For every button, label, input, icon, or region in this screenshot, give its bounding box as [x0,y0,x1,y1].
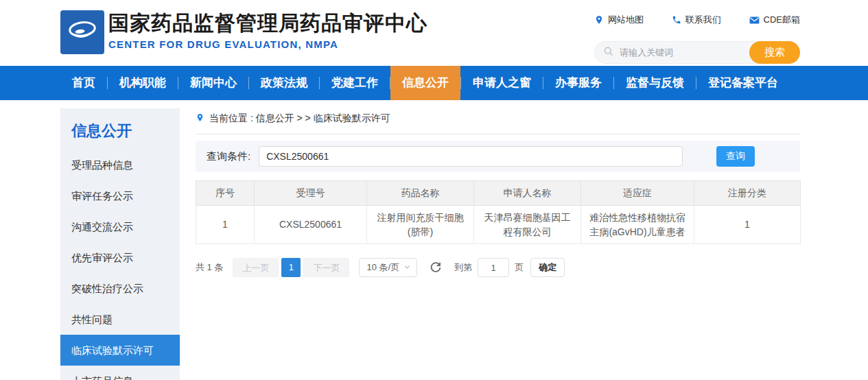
nav-item-party-building[interactable]: 党建工作 [320,66,390,100]
nav-item-home[interactable]: 首页 [60,66,107,100]
cell-indication: 难治性急性移植物抗宿主病(aGvHD)儿童患者 [581,206,694,244]
location-pin-icon [196,112,204,125]
nav-item-services[interactable]: 办事服务 [543,66,613,100]
search-input[interactable] [614,47,744,58]
page-size-label: 10 条/页 [366,261,399,274]
cde-logo[interactable] [60,10,104,54]
nav-item-registration-platform[interactable]: 登记备案平台 [696,66,790,100]
table-row: 1 CXSL2500661 注射用间充质干细胞(脐带) 天津昂赛细胞基因工程有限… [196,206,801,244]
nav-item-org-functions[interactable]: 机构职能 [108,66,178,100]
site-subtitle: CENTER FOR DRUG EVALUATION, NMPA [108,38,427,50]
column-header-acceptance-no: 受理号 [255,181,367,206]
sidebar-item-priority-review[interactable]: 优先审评公示 [60,242,180,273]
link-cde-mail[interactable]: CDE邮箱 [749,14,800,26]
location-pin-icon [594,15,604,25]
main-nav: 首页 机构职能 新闻中心 政策法规 党建工作 信息公开 申请人之窗 办事服务 监… [0,66,868,100]
nav-item-news-center[interactable]: 新闻中心 [178,66,248,100]
top-link-label: 联系我们 [685,14,721,26]
header-search: 搜索 [594,41,800,64]
next-page-button[interactable]: 下一页 [303,258,349,277]
cell-drug-name: 注射用间充质干细胞(脐带) [367,206,474,244]
page-number-button[interactable]: 1 [281,258,301,277]
chevron-down-icon [403,263,411,273]
results-table: 序号 受理号 药品名称 申请人名称 适应症 注册分类 1 CXSL2500661… [196,180,801,244]
top-link-label: CDE邮箱 [764,14,800,26]
cell-registration-class: 1 [694,206,801,244]
nav-item-policies[interactable]: 政策法规 [249,66,319,100]
site-title: 国家药品监督管理局药品审评中心 [108,11,427,36]
column-header-indication: 适应症 [581,181,694,206]
site-header: 国家药品监督管理局药品审评中心 CENTER FOR DRUG EVALUATI… [0,0,868,66]
link-contact[interactable]: 联系我们 [672,14,721,26]
top-link-label: 网站地图 [608,14,644,26]
goto-page-suffix: 页 [515,261,524,274]
sidebar-item-marketed-drugs[interactable]: 上市药品信息 [60,366,180,380]
column-header-applicant: 申请人名称 [474,181,581,206]
page-size-select[interactable]: 10 条/页 [359,258,417,277]
link-sitemap[interactable]: 网站地图 [594,14,644,26]
confirm-button[interactable]: 确定 [530,258,565,277]
header-links: 网站地图 联系我们 CDE邮箱 [594,14,800,26]
nav-item-supervision-feedback[interactable]: 监督与反馈 [614,66,696,100]
sidebar: 信息公开 受理品种信息 审评任务公示 沟通交流公示 优先审评公示 突破性治疗公示… [60,108,180,380]
content-area: 信息公开 受理品种信息 审评任务公示 沟通交流公示 优先审评公示 突破性治疗公示… [0,100,868,380]
goto-page-prefix: 到第 [454,261,472,274]
envelope-icon [749,16,760,25]
sidebar-item-common-issues[interactable]: 共性问题 [60,304,180,335]
sidebar-item-review-tasks[interactable]: 审评任务公示 [60,180,180,211]
nav-item-info-disclosure[interactable]: 信息公开 [390,66,460,100]
prev-page-button[interactable]: 上一页 [233,258,279,277]
cell-seq: 1 [196,206,255,244]
phone-icon [672,15,681,25]
sidebar-item-communication[interactable]: 沟通交流公示 [60,211,180,242]
column-header-registration-class: 注册分类 [694,181,801,206]
search-button[interactable]: 搜索 [749,41,800,64]
table-header-row: 序号 受理号 药品名称 申请人名称 适应症 注册分类 [196,181,801,206]
breadcrumb-text: 当前位置 : 信息公开 > > 临床试验默示许可 [209,112,390,125]
column-header-seq: 序号 [196,181,255,206]
query-button[interactable]: 查询 [716,146,755,167]
refresh-icon[interactable] [430,261,442,274]
pagination: 共 1 条 上一页 1 下一页 10 条/页 [196,258,800,277]
search-icon [603,46,614,60]
sidebar-item-clinical-trial-implied-license[interactable]: 临床试验默示许可 [60,335,180,366]
sidebar-list: 受理品种信息 审评任务公示 沟通交流公示 优先审评公示 突破性治疗公示 共性问题… [60,150,180,380]
query-bar: 查询条件: 查询 [196,141,800,172]
cde-page: 国家药品监督管理局药品审评中心 CENTER FOR DRUG EVALUATI… [0,0,868,380]
sidebar-item-breakthrough-therapy[interactable]: 突破性治疗公示 [60,273,180,304]
brand-block: 国家药品监督管理局药品审评中心 CENTER FOR DRUG EVALUATI… [108,11,427,50]
query-input[interactable] [259,146,683,167]
sidebar-item-accepted-varieties[interactable]: 受理品种信息 [60,150,180,180]
cde-swoosh-logo-icon [63,12,102,53]
column-header-drug-name: 药品名称 [367,181,474,206]
sidebar-title: 信息公开 [60,108,180,141]
query-label: 查询条件: [207,150,250,163]
cell-acceptance-no: CXSL2500661 [255,206,367,244]
breadcrumb: 当前位置 : 信息公开 > > 临床试验默示许可 [196,112,800,134]
cell-applicant: 天津昂赛细胞基因工程有限公司 [474,206,581,244]
pagination-total: 共 1 条 [196,261,223,274]
goto-page-input[interactable] [478,258,509,277]
nav-item-applicant-window[interactable]: 申请人之窗 [461,66,543,100]
main-panel: 当前位置 : 信息公开 > > 临床试验默示许可 查询条件: 查询 序号 受理号… [196,112,800,277]
